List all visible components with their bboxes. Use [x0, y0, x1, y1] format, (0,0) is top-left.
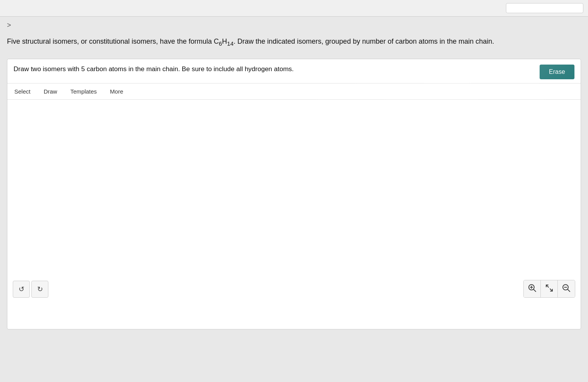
zoom-in-button[interactable] [524, 280, 541, 297]
erase-button[interactable]: Erase [540, 65, 574, 79]
toolbar-templates[interactable]: Templates [70, 87, 98, 96]
toolbar-select[interactable]: Select [14, 87, 31, 96]
top-bar [0, 0, 588, 17]
chevron-right: > [7, 21, 588, 29]
svg-line-7 [568, 289, 570, 292]
zoom-out-button[interactable] [558, 280, 575, 297]
zoom-toolbar [523, 280, 575, 298]
undo-icon: ↺ [19, 285, 24, 293]
toolbar-more[interactable]: More [109, 87, 124, 96]
zoom-in-icon [528, 284, 537, 294]
svg-line-1 [533, 289, 536, 292]
redo-icon: ↻ [37, 285, 43, 293]
question-h: H [222, 38, 227, 45]
redo-button[interactable]: ↻ [31, 281, 48, 298]
drawing-section: Draw two isomers with 5 carbon atoms in … [7, 59, 581, 329]
undo-button[interactable]: ↺ [13, 281, 30, 298]
zoom-out-icon [562, 284, 571, 294]
drawing-toolbar: Select Draw Templates More [7, 84, 581, 100]
drawing-canvas[interactable]: ↺ ↻ [7, 100, 581, 305]
drawing-instruction: Draw two isomers with 5 carbon atoms in … [14, 65, 540, 74]
top-bar-input[interactable] [506, 3, 583, 13]
question-part2: . Draw the indicated isomers, grouped by… [233, 38, 494, 45]
subscript-6: 6 [219, 40, 222, 47]
toolbar-draw[interactable]: Draw [43, 87, 58, 96]
bottom-toolbar: ↺ ↻ [13, 281, 48, 298]
question-part1: Five structural isomers, or constitution… [7, 38, 219, 45]
subscript-14: 14 [227, 40, 234, 47]
question-text: Five structural isomers, or constitution… [0, 32, 573, 52]
drawing-header: Draw two isomers with 5 carbon atoms in … [7, 59, 581, 84]
zoom-reset-button[interactable] [541, 280, 558, 297]
zoom-reset-icon [545, 284, 554, 294]
